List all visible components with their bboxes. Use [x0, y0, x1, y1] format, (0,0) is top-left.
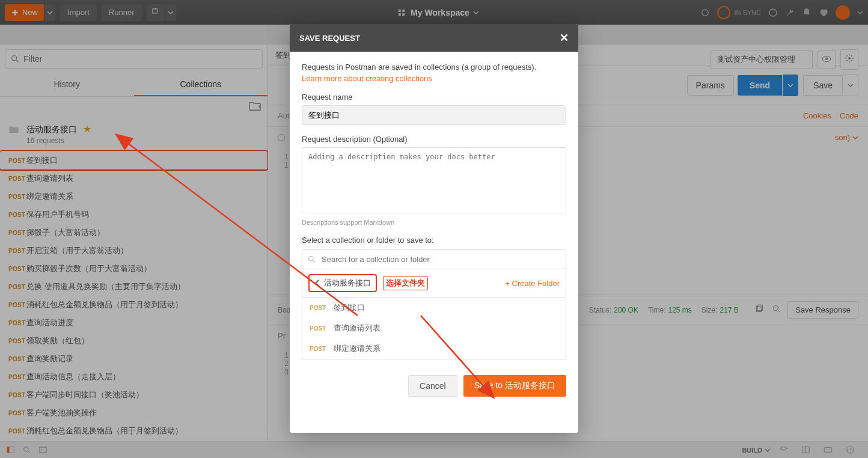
- svg-point-31: [309, 257, 314, 261]
- folder-breadcrumb-back[interactable]: 活动服务接口: [308, 274, 377, 292]
- folder-item-name: 查询邀请列表: [334, 323, 381, 334]
- select-folder-label: Select a collection or folder to save to…: [302, 236, 566, 245]
- save-to-button[interactable]: Save to 活动服务接口: [463, 375, 566, 397]
- method-badge: POST: [310, 325, 328, 332]
- modal-title: SAVE REQUEST: [299, 34, 360, 43]
- folder-list: POST签到接口POST查询邀请列表POST绑定邀请关系: [302, 298, 566, 359]
- save-request-modal: SAVE REQUEST ✕ Requests in Postman are s…: [290, 24, 578, 433]
- request-desc-textarea[interactable]: [302, 147, 566, 213]
- annotation-select-folder: 选择文件夹: [383, 276, 428, 290]
- markdown-hint: Descriptions support Markdown: [302, 219, 566, 226]
- svg-line-32: [313, 260, 314, 262]
- modal-description: Requests in Postman are saved in collect…: [302, 63, 566, 72]
- folder-item-name: 签到接口: [334, 302, 365, 313]
- search-icon: [307, 255, 316, 264]
- folder-list-item[interactable]: POST查询邀请列表: [302, 318, 566, 338]
- learn-more-link[interactable]: Learn more about creating collections: [302, 74, 432, 83]
- folder-search-input[interactable]: [302, 249, 566, 269]
- method-badge: POST: [310, 346, 328, 352]
- folder-breadcrumb-label: 活动服务接口: [324, 278, 371, 289]
- request-name-input[interactable]: [302, 105, 566, 125]
- folder-list-item[interactable]: POST绑定邀请关系: [302, 338, 566, 359]
- create-folder-button[interactable]: + Create Folder: [505, 279, 560, 288]
- cancel-button[interactable]: Cancel: [408, 375, 457, 397]
- request-name-label: Request name: [302, 93, 566, 102]
- chevron-left-icon: [314, 279, 320, 287]
- request-desc-label: Request description (Optional): [302, 135, 566, 144]
- modal-overlay: SAVE REQUEST ✕ Requests in Postman are s…: [0, 0, 868, 458]
- modal-header: SAVE REQUEST ✕: [290, 24, 578, 52]
- folder-item-name: 绑定邀请关系: [334, 343, 381, 354]
- method-badge: POST: [310, 305, 328, 311]
- folder-list-item[interactable]: POST签到接口: [302, 298, 566, 318]
- close-icon[interactable]: ✕: [560, 31, 569, 44]
